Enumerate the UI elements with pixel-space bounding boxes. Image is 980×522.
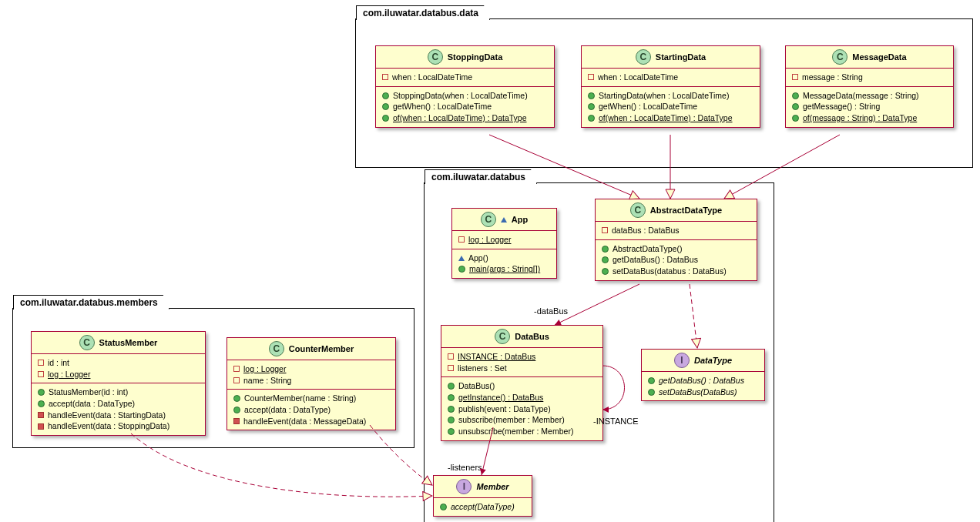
member-row: of(message : String) : DataType	[792, 112, 947, 124]
package-data-title: com.iluwatar.databus.data	[356, 5, 490, 20]
member-row: StartingData(when : LocalDateTime)	[588, 90, 753, 102]
member-row: of(when : LocalDateTime) : DataType	[588, 112, 753, 124]
member-text: log : Logger	[48, 369, 90, 380]
class-name: StatusMember	[99, 338, 158, 347]
private-field-icon	[233, 366, 240, 372]
member-row: unsubscribe(member : Member)	[448, 426, 596, 437]
member-text: accept(DataType)	[451, 501, 515, 513]
private-field-icon	[588, 74, 594, 80]
member-row: name : String	[233, 375, 389, 386]
member-row: getDataBus() : DataBus	[648, 375, 758, 386]
public-icon	[382, 103, 389, 110]
public-icon	[792, 92, 799, 99]
member-row: dataBus : DataBus	[602, 225, 750, 236]
public-icon	[382, 115, 389, 122]
class-countermember: C CounterMember log : Loggername : Strin…	[227, 337, 396, 430]
private-field-icon	[38, 360, 44, 366]
member-row: of(when : LocalDateTime) : DataType	[382, 112, 548, 124]
package-members-title: com.iluwatar.databus.members	[13, 295, 169, 310]
member-text: of(message : String) : DataType	[803, 112, 917, 124]
member-text: getWhen() : LocalDateTime	[393, 101, 492, 112]
private-field-icon	[233, 377, 240, 383]
class-name: DataBus	[515, 332, 549, 341]
private-method-icon	[38, 423, 44, 430]
public-icon	[233, 395, 240, 402]
package-core-title: com.iluwatar.databus	[425, 169, 537, 184]
member-text: when : LocalDateTime	[598, 72, 678, 83]
public-icon	[602, 256, 609, 263]
member-row: log : Logger	[458, 234, 550, 246]
member-text: StatusMember(id : int)	[49, 386, 128, 398]
private-method-icon	[38, 412, 44, 418]
member-row: getMessage() : String	[792, 101, 947, 112]
member-row: accept(data : DataType)	[38, 398, 199, 410]
public-icon	[648, 377, 655, 384]
member-row: StatusMember(id : int)	[38, 386, 199, 398]
triangle-icon	[501, 217, 507, 223]
member-row: AbstractDataType()	[602, 243, 750, 255]
member-text: accept(data : DataType)	[49, 398, 135, 410]
member-row: subscribe(member : Member)	[448, 414, 596, 426]
member-text: App()	[468, 253, 488, 264]
member-text: publish(event : DataType)	[458, 403, 551, 415]
member-text: dataBus : DataBus	[612, 225, 680, 236]
member-text: when : LocalDateTime	[392, 72, 472, 83]
public-icon	[448, 417, 455, 423]
public-icon	[588, 115, 595, 122]
public-icon	[448, 394, 455, 401]
interface-icon: I	[456, 479, 472, 494]
class-startingdata: C StartingData when : LocalDateTime Star…	[581, 45, 760, 128]
member-row: id : int	[38, 357, 199, 369]
public-icon	[382, 92, 389, 99]
member-row: getInstance() : DataBus	[448, 392, 596, 403]
member-text: MessageData(message : String)	[803, 90, 919, 102]
private-field-icon	[458, 236, 465, 243]
class-icon: C	[495, 329, 510, 344]
public-icon	[448, 406, 455, 413]
member-text: INSTANCE : DataBus	[458, 351, 535, 363]
private-field-icon	[448, 365, 454, 371]
class-app: C App log : Logger App()main(args : Stri…	[451, 208, 557, 279]
class-icon: C	[832, 49, 847, 65]
class-name: AbstractDataType	[650, 206, 722, 215]
member-text: AbstractDataType()	[612, 243, 682, 255]
public-icon	[440, 504, 447, 510]
class-icon: C	[79, 335, 95, 350]
member-text: getInstance() : DataBus	[458, 392, 543, 403]
member-row: handleEvent(data : MessageData)	[233, 416, 389, 427]
member-text: StartingData(when : LocalDateTime)	[599, 90, 729, 102]
class-statusmember: C StatusMember id : intlog : Logger Stat…	[31, 331, 206, 436]
member-text: id : int	[48, 357, 69, 369]
member-row: when : LocalDateTime	[588, 72, 753, 83]
class-icon: C	[269, 341, 284, 356]
public-icon	[588, 92, 595, 99]
private-field-icon	[792, 74, 798, 80]
class-icon: C	[630, 202, 646, 218]
member-text: getMessage() : String	[803, 101, 880, 112]
member-row: setDataBus(DataBus)	[648, 386, 758, 398]
member-row: accept(DataType)	[440, 501, 525, 513]
member-text: CounterMember(name : String)	[244, 393, 356, 404]
public-icon	[792, 103, 799, 110]
member-text: handleEvent(data : StoppingData)	[48, 420, 169, 432]
member-row: getDataBus() : DataBus	[602, 254, 750, 266]
member-text: message : String	[802, 72, 863, 83]
class-abstractdatatype: C AbstractDataType dataBus : DataBus Abs…	[595, 199, 757, 281]
member-text: setDataBus(databus : DataBus)	[612, 266, 727, 277]
member-row: getWhen() : LocalDateTime	[382, 101, 548, 112]
private-field-icon	[448, 353, 454, 360]
member-row: StoppingData(when : LocalDateTime)	[382, 90, 548, 102]
class-name: DataType	[694, 356, 732, 365]
member-text: getDataBus() : DataBus	[612, 254, 698, 266]
member-row: handleEvent(data : StartingData)	[38, 410, 199, 421]
public-icon	[458, 266, 465, 273]
class-name: MessageData	[852, 52, 906, 62]
public-icon	[38, 389, 45, 396]
public-icon	[588, 103, 595, 110]
member-text: StoppingData(when : LocalDateTime)	[393, 90, 528, 102]
triangle-icon	[458, 256, 465, 261]
class-icon: C	[636, 49, 651, 65]
class-stoppingdata: C StoppingData when : LocalDateTime Stop…	[375, 45, 555, 128]
member-text: of(when : LocalDateTime) : DataType	[599, 112, 733, 124]
label-listeners: -listeners	[448, 463, 482, 472]
